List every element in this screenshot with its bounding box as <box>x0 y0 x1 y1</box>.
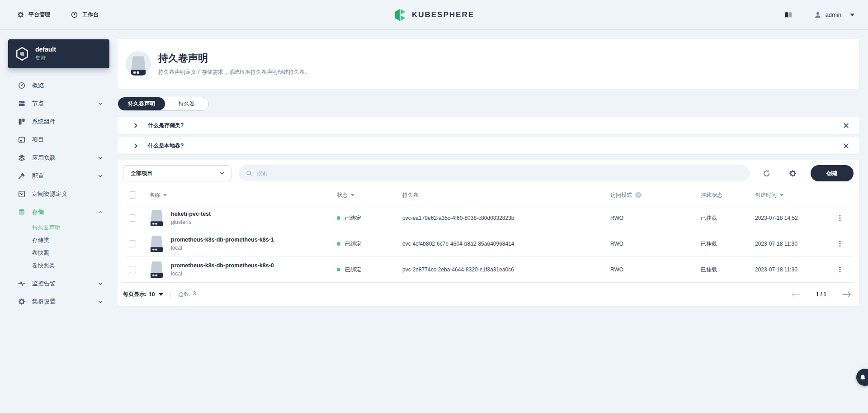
sidebar-item-nodes[interactable]: 节点 <box>8 95 109 113</box>
table-toolbar: 全部项目 创建 <box>123 165 854 181</box>
more-actions-button[interactable] <box>837 241 843 247</box>
sidebar-subitem-label: 卷快照类 <box>32 262 55 270</box>
sidebar-item-label: 集群设置 <box>32 298 56 306</box>
components-icon <box>18 118 25 125</box>
sidebar-item-monitoring[interactable]: 监控告警 <box>8 275 109 293</box>
status-text: 已绑定 <box>345 214 361 222</box>
storage-class-label: local <box>171 271 274 277</box>
close-icon[interactable] <box>843 143 849 149</box>
gauge-icon <box>18 82 25 89</box>
sidebar: default 集群 概览 节点 系统组件 <box>0 30 118 413</box>
banner-question-label[interactable]: 什么是本地卷? <box>148 142 184 150</box>
next-page-arrow-icon[interactable] <box>840 290 854 299</box>
tab-pvc[interactable]: 持久卷声明 <box>118 97 165 110</box>
access-mode: RWO <box>610 215 701 221</box>
access-mode: RWO <box>610 266 701 273</box>
sidebar-item-storage[interactable]: 存储 <box>8 203 109 221</box>
pagination: 1 / 1 <box>789 290 854 299</box>
cluster-selector[interactable]: default 集群 <box>8 39 109 68</box>
user-menu[interactable]: admin <box>814 11 854 19</box>
kubesphere-logo[interactable]: KUBESPHERE <box>394 8 474 22</box>
more-actions-button[interactable] <box>837 266 843 273</box>
workbench-label: 工作台 <box>82 11 99 19</box>
column-header-name[interactable]: 名称 <box>149 191 337 199</box>
sidebar-item-workloads[interactable]: 应用负载 <box>8 149 109 167</box>
layers-icon <box>18 154 25 161</box>
sidebar-subitem-storageclass[interactable]: 存储类 <box>8 234 109 247</box>
sidebar-item-components[interactable]: 系统组件 <box>8 113 109 131</box>
project-filter-select[interactable]: 全部项目 <box>123 165 231 181</box>
chevron-right-icon[interactable] <box>133 123 139 128</box>
sidebar-item-projects[interactable]: 项目 <box>8 131 109 149</box>
sidebar-subitem-pvc[interactable]: 持久卷声明 <box>8 221 109 234</box>
chevron-down-icon <box>98 101 103 106</box>
resource-tabs: 持久卷声明 持久卷 <box>118 97 209 111</box>
banner-question-label[interactable]: 什么是存储类? <box>148 122 184 129</box>
mount-status: 已挂载 <box>701 214 755 222</box>
crd-box-icon <box>18 190 25 198</box>
column-header-access-mode: 访问模式 ? <box>610 191 701 199</box>
pvc-name-link[interactable]: prometheus-k8s-db-prometheus-k8s-0 <box>171 262 274 269</box>
storage-class-label: local <box>171 245 274 251</box>
status-text: 已绑定 <box>345 240 361 248</box>
pv-name: pvc-4cf4b802-6c7e-4604-b8a2-85a640968414 <box>402 241 610 247</box>
more-actions-button[interactable] <box>837 215 843 221</box>
sidebar-item-overview[interactable]: 概览 <box>8 76 109 95</box>
pvc-name-link[interactable]: prometheus-k8s-db-prometheus-k8s-1 <box>171 237 274 243</box>
sidebar-subitem-volumesnapshot[interactable]: 卷快照 <box>8 247 109 259</box>
workbench-button[interactable]: 工作台 <box>71 11 99 19</box>
row-checkbox[interactable] <box>129 240 136 247</box>
table-row: heketi-pvc-test glusterfs 已绑定 pvc-ea179e… <box>123 205 854 231</box>
close-icon[interactable] <box>843 123 849 128</box>
help-icon[interactable]: ? <box>635 192 642 198</box>
chevron-right-icon[interactable] <box>133 143 139 149</box>
column-header-created[interactable]: 创建时间 <box>755 191 826 199</box>
sidebar-subitem-volumesnapshotclass[interactable]: 卷快照类 <box>8 259 109 272</box>
bell-icon <box>859 374 866 381</box>
documentation-book-icon[interactable] <box>784 11 793 19</box>
column-header-status[interactable]: 状态 <box>337 191 402 199</box>
search-icon <box>246 170 252 176</box>
projects-icon <box>18 136 25 143</box>
search-input[interactable] <box>257 170 743 176</box>
chevron-down-icon <box>98 281 103 286</box>
row-checkbox[interactable] <box>129 266 136 273</box>
sidebar-item-configuration[interactable]: 配置 <box>8 167 109 185</box>
sidebar-menu: 概览 节点 系统组件 项目 应用负 <box>8 76 109 311</box>
pvc-name-link[interactable]: heketi-pvc-test <box>171 211 211 217</box>
search-box <box>239 165 750 181</box>
pvc-table-card: 全部项目 创建 名称 <box>118 160 859 306</box>
page-title: 持久卷声明 <box>158 52 310 65</box>
per-page-value: 10 <box>149 291 155 298</box>
table-row: prometheus-k8s-db-prometheus-k8s-0 local… <box>123 256 854 282</box>
gear-icon <box>18 298 25 305</box>
page-header: 持久卷声明 持久卷声明定义了存储需求，系统根据持久卷声明创建持久卷。 <box>118 39 859 89</box>
platform-management-button[interactable]: 平台管理 <box>17 11 50 19</box>
chevron-down-icon <box>159 293 163 296</box>
top-navigation-bar: 平台管理 工作台 KUBESPHERE admin <box>0 0 868 30</box>
select-all-checkbox[interactable] <box>129 191 136 199</box>
sidebar-subitem-label: 存储类 <box>32 237 49 244</box>
column-header-mount-status: 挂载状态 <box>701 191 755 199</box>
created-time: 2023-07-18 14:52 <box>755 215 826 221</box>
project-filter-value: 全部项目 <box>131 170 152 177</box>
column-settings-gear-icon[interactable] <box>784 165 801 181</box>
sidebar-item-crd[interactable]: 定制资源定义 <box>8 185 109 203</box>
workbench-icon <box>71 11 78 18</box>
row-checkbox[interactable] <box>129 214 136 222</box>
previous-page-arrow-icon[interactable] <box>789 290 802 299</box>
kubesphere-logo-text: KUBESPHERE <box>412 10 474 19</box>
sidebar-item-label: 概览 <box>32 81 44 90</box>
per-page-select[interactable]: 每页显示: 10 <box>123 290 163 298</box>
volume-icon <box>149 235 164 253</box>
sidebar-item-cluster-settings[interactable]: 集群设置 <box>8 293 109 311</box>
access-mode: RWO <box>610 241 701 247</box>
create-button[interactable]: 创建 <box>811 165 854 181</box>
sidebar-subitem-label: 卷快照 <box>32 249 49 257</box>
nodes-icon <box>18 100 25 107</box>
sidebar-item-label: 定制资源定义 <box>32 190 67 198</box>
tab-pv[interactable]: 持久卷 <box>165 97 208 110</box>
pv-name: pvc-ea179e62-a35c-4f60-8038-c80d0832823b <box>402 215 610 221</box>
user-avatar-icon <box>814 11 821 19</box>
refresh-button[interactable] <box>758 165 774 181</box>
